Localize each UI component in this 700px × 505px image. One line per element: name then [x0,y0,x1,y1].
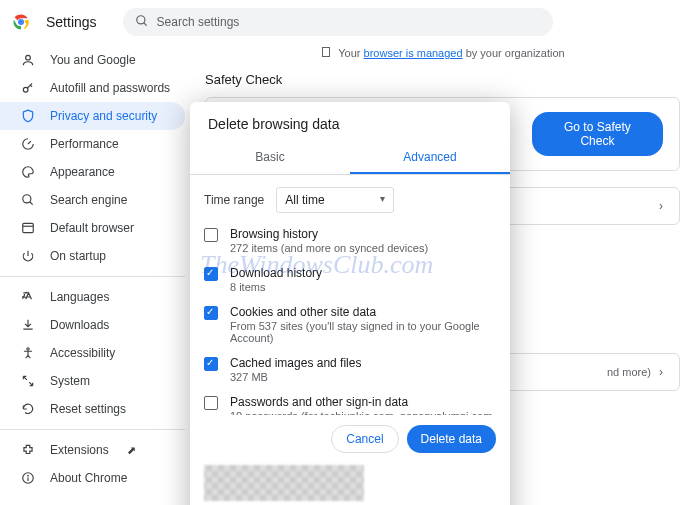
shield-icon [20,108,36,124]
svg-point-6 [23,195,31,203]
info-icon [20,470,36,486]
sidebar-item-languages[interactable]: Languages [0,283,185,311]
svg-rect-14 [323,48,330,57]
svg-point-10 [27,348,29,350]
sidebar-item-appearance[interactable]: Appearance [0,158,185,186]
delete-browsing-data-dialog: Delete browsing data Basic Advanced Time… [190,102,510,505]
cancel-button[interactable]: Cancel [331,425,398,453]
option-browsing-history[interactable]: Browsing history272 items (and more on s… [204,227,496,254]
sidebar-item-reset[interactable]: Reset settings [0,395,185,423]
checkbox[interactable] [204,306,218,320]
time-range-select[interactable]: All time [276,187,394,213]
page-title: Settings [46,14,97,30]
divider [0,429,185,430]
language-icon [20,289,36,305]
sidebar-item-privacy[interactable]: Privacy and security [0,102,185,130]
sidebar-item-autofill[interactable]: Autofill and passwords [0,74,185,102]
accessibility-icon [20,345,36,361]
browser-icon [20,220,36,236]
time-range-label: Time range [204,193,264,207]
top-bar: Settings Search settings [0,0,700,44]
svg-point-2 [136,15,144,23]
sidebar: You and Google Autofill and passwords Pr… [0,44,185,505]
expand-icon [20,373,36,389]
checkbox[interactable] [204,357,218,371]
delete-data-button[interactable]: Delete data [407,425,496,453]
sidebar-item-search-engine[interactable]: Search engine [0,186,185,214]
dialog-tabs: Basic Advanced [190,142,510,175]
sidebar-item-downloads[interactable]: Downloads [0,311,185,339]
key-icon [20,80,36,96]
go-to-safety-check-button[interactable]: Go to Safety Check [532,112,663,156]
sidebar-item-on-startup[interactable]: On startup [0,242,185,270]
sidebar-item-system[interactable]: System [0,367,185,395]
sidebar-item-default-browser[interactable]: Default browser [0,214,185,242]
svg-point-1 [18,19,24,25]
tab-advanced[interactable]: Advanced [350,142,510,174]
palette-icon [20,164,36,180]
sidebar-item-about[interactable]: About Chrome [0,464,185,492]
svg-line-7 [30,202,33,205]
redacted-content [204,465,364,501]
sidebar-item-performance[interactable]: Performance [0,130,185,158]
download-icon [20,317,36,333]
svg-rect-8 [23,223,34,232]
power-icon [20,248,36,264]
chevron-right-icon: › [659,199,663,213]
person-icon [20,52,36,68]
option-passwords[interactable]: Passwords and other sign-in data10 passw… [204,395,496,415]
chevron-right-icon: › [659,365,663,379]
dialog-footer: Cancel Delete data [190,415,510,463]
sidebar-item-extensions[interactable]: Extensions⬈ [0,436,185,464]
dialog-title: Delete browsing data [190,102,510,142]
divider [0,276,185,277]
svg-line-3 [143,22,146,25]
building-icon [320,46,332,60]
chrome-logo-icon [12,13,30,31]
managed-notice: Your browser is managed by your organiza… [205,46,680,60]
managed-link[interactable]: browser is managed [364,47,463,59]
option-cookies[interactable]: Cookies and other site dataFrom 537 site… [204,305,496,344]
svg-point-5 [23,87,28,92]
svg-point-13 [28,475,29,476]
svg-point-4 [26,55,31,60]
search-placeholder: Search settings [157,15,240,29]
external-link-icon: ⬈ [127,444,136,457]
checkbox[interactable] [204,267,218,281]
sidebar-item-you-and-google[interactable]: You and Google [0,46,185,74]
section-safety-check: Safety Check [205,72,680,87]
reset-icon [20,401,36,417]
option-download-history[interactable]: Download history8 items [204,266,496,293]
extension-icon [20,442,36,458]
checkbox[interactable] [204,228,218,242]
checkbox[interactable] [204,396,218,410]
sidebar-item-accessibility[interactable]: Accessibility [0,339,185,367]
search-icon [135,14,149,31]
search-icon [20,192,36,208]
speedometer-icon [20,136,36,152]
dialog-body: Time range All time Browsing history272 … [190,175,510,415]
tab-basic[interactable]: Basic [190,142,350,174]
option-cached[interactable]: Cached images and files327 MB [204,356,496,383]
search-input[interactable]: Search settings [123,8,553,36]
